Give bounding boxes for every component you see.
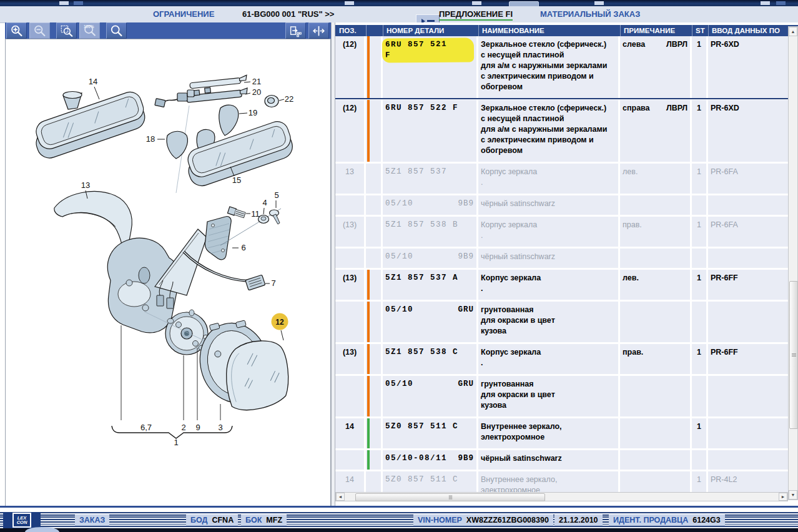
stock-indicator-cell xyxy=(366,344,381,374)
part-number-cell: 05/10-08/119B9 xyxy=(383,450,476,470)
note-cell: справаЛВРЛ xyxy=(620,100,690,162)
quantity-cell xyxy=(692,376,706,416)
note-cell: лев. xyxy=(620,164,690,194)
parts-table-row[interactable]: 05/10GRUгрунтованнаядля окраски в цветку… xyxy=(335,302,788,342)
part-callout-4[interactable]: 4 xyxy=(262,198,267,207)
part-number-cell: 05/109B9 xyxy=(383,195,476,215)
part-callout-1[interactable]: 1 xyxy=(174,438,178,447)
part-callout-2[interactable]: 2 xyxy=(181,423,185,432)
stock-indicator-cell xyxy=(366,270,381,300)
cover-19[interactable] xyxy=(219,105,239,135)
parts-table-row[interactable]: 145Z0 857 511 CВнутреннее зеркало,электр… xyxy=(335,418,788,448)
stock-indicator-cell xyxy=(366,450,381,470)
vertical-scrollbar-thumb[interactable] xyxy=(789,281,798,429)
pr-code-cell: PR-6XD xyxy=(708,36,788,98)
pane-splitter[interactable] xyxy=(331,22,335,507)
part-callout-22[interactable]: 22 xyxy=(285,94,293,104)
pos-cell: (12) xyxy=(335,100,364,162)
part-callout-11[interactable]: 11 xyxy=(251,209,260,219)
titlebar-fragment xyxy=(74,1,83,5)
zoom-in-button[interactable] xyxy=(6,22,27,39)
screw-5[interactable] xyxy=(270,210,280,224)
description-cell: чёрный satinschwarz xyxy=(478,450,618,470)
vertical-scrollbar[interactable]: ▲ ▼ xyxy=(788,26,798,500)
parts-table-row[interactable]: 05/109B9чёрный satinschwarz xyxy=(335,249,788,268)
horizontal-scrollbar-thumb[interactable] xyxy=(355,493,545,501)
part-callout-20[interactable]: 20 xyxy=(252,87,261,97)
stock-indicator-cell xyxy=(366,376,381,416)
group-breadcrumb[interactable]: 61-BG000 001 "RUS" >> xyxy=(242,9,334,19)
part-number-cell: 6RU 857 522 F xyxy=(383,100,476,162)
part-callout-7[interactable]: 7 xyxy=(271,278,275,288)
order-status-button[interactable]: ЗАКАЗ xyxy=(75,515,109,526)
parts-table-row[interactable]: (13)5Z1 857 538 BКорпус зеркала.прав.1PR… xyxy=(335,217,788,247)
tab-material-order[interactable]: МАТЕРИАЛЬНЫЙ ЗАКАЗ xyxy=(540,9,640,19)
orange-availability-bar xyxy=(367,376,370,416)
parts-table-row[interactable]: (13)5Z1 857 537 AКорпус зеркала.лев.1PR-… xyxy=(335,270,788,300)
part-callout-5[interactable]: 5 xyxy=(274,190,278,200)
green-availability-bar xyxy=(367,450,370,470)
parts-table-row[interactable]: 135Z1 857 537Корпус зеркала.лев.1PR-6FA xyxy=(335,164,788,194)
note-cell xyxy=(620,471,690,492)
pr-code-cell xyxy=(708,450,788,470)
parts-table-row[interactable]: (12)6RU 857 521 FЗеркальное стекло (сфер… xyxy=(335,36,788,98)
turn-signal-6[interactable] xyxy=(205,217,231,260)
status-field: VIN-НОМЕРXW8ZZZ61ZBG008390 xyxy=(413,515,553,526)
part-callout-21[interactable]: 21 xyxy=(252,77,261,86)
pr-code-cell: PR-6FA xyxy=(708,164,788,194)
scroll-up-arrow-icon[interactable]: ▲ xyxy=(789,27,797,36)
description-cell: грунтованнаядля окраски в цветкузова xyxy=(478,302,618,342)
part-callout-6[interactable]: 6 xyxy=(241,243,245,252)
part-callout-14[interactable]: 14 xyxy=(89,77,97,86)
cover-18[interactable] xyxy=(167,131,187,159)
part-callout-18[interactable]: 18 xyxy=(146,134,155,144)
panel-layout-icon xyxy=(289,24,302,37)
parts-table-row[interactable]: 145Z0 857 511 CВнутреннее зеркало,электр… xyxy=(335,471,788,492)
parts-table-row[interactable]: (12)6RU 857 522 FЗеркальное стекло (сфер… xyxy=(335,100,788,162)
tab-offer-fi[interactable]: ПРЕДЛОЖЕНИЕ FI xyxy=(439,9,513,21)
part-callout-6,7[interactable]: 6,7 xyxy=(140,423,152,432)
parts-table-row[interactable]: (13)5Z1 857 538 CКорпус зеркала.прав.1PR… xyxy=(335,344,788,374)
interior-mirror-14[interactable] xyxy=(29,89,149,161)
description-cell: чёрный satinschwarz xyxy=(478,249,618,268)
nut-4[interactable] xyxy=(259,215,269,224)
scroll-left-arrow-icon[interactable]: ◄ xyxy=(336,493,345,501)
orange-availability-bar xyxy=(367,100,370,162)
column-header-7: ВВОД ДАННЫХ ПО xyxy=(708,25,788,36)
restriction-menu[interactable]: ОГРАНИЧЕНИЕ xyxy=(153,9,214,19)
horizontal-scrollbar[interactable]: ◄ ► xyxy=(335,492,788,501)
scroll-down-arrow-icon[interactable]: ▼ xyxy=(789,490,797,500)
diagram-toolbar: 100% xyxy=(5,22,331,39)
pos-cell: 14 xyxy=(335,471,364,492)
part-callout-3[interactable]: 3 xyxy=(218,423,222,432)
splitter-arrows-button[interactable] xyxy=(308,22,329,39)
description-cell: Зеркальное стекло (сферическ.)с несущей … xyxy=(478,36,618,98)
status-field: БОКMFZ xyxy=(241,515,287,526)
pos-cell: 14 xyxy=(335,418,364,448)
pos-cell xyxy=(335,302,364,342)
description-cell: чёрный satinschwarz xyxy=(478,195,618,215)
scroll-right-arrow-icon[interactable]: ► xyxy=(779,493,787,501)
parts-catalog-window: ОГРАНИЧЕНИЕ 61-BG000 001 "RUS" >> ПРЕДЛО… xyxy=(0,0,798,532)
part-number-cell: 05/10GRU xyxy=(383,376,476,416)
quantity-cell: 1 xyxy=(692,344,706,374)
quantity-cell: 1 xyxy=(692,418,706,448)
zoom-selection-button[interactable] xyxy=(56,22,77,39)
pr-code-cell xyxy=(708,195,788,215)
search-button[interactable] xyxy=(106,22,127,39)
part-callout-19[interactable]: 19 xyxy=(249,108,257,117)
pr-code-cell xyxy=(708,249,788,268)
part-callout-13[interactable]: 13 xyxy=(81,180,90,190)
panel-layout-button[interactable] xyxy=(285,22,306,39)
grommet-22[interactable] xyxy=(265,96,278,107)
pos-cell xyxy=(335,450,364,470)
parts-table-row[interactable]: 05/109B9чёрный satinschwarz xyxy=(335,195,788,215)
parts-table-body: (12)6RU 857 521 FЗеркальное стекло (сфер… xyxy=(335,36,788,492)
part-callout-15[interactable]: 15 xyxy=(232,175,241,185)
screw-11[interactable] xyxy=(227,207,245,219)
trim-strip-21[interactable] xyxy=(189,75,247,89)
parts-table-row[interactable]: 05/10-08/119B9чёрный satinschwarz xyxy=(335,450,788,470)
stock-indicator-cell xyxy=(366,217,381,247)
part-callout-9[interactable]: 9 xyxy=(195,423,200,432)
parts-table-row[interactable]: 05/10GRUгрунтованнаядля окраски в цветку… xyxy=(335,376,788,416)
